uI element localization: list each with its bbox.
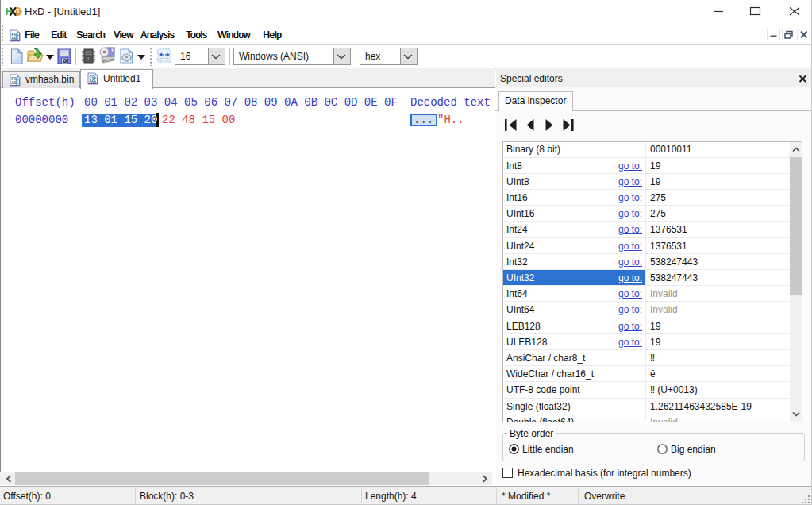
- svg-text:D: D: [15, 7, 21, 16]
